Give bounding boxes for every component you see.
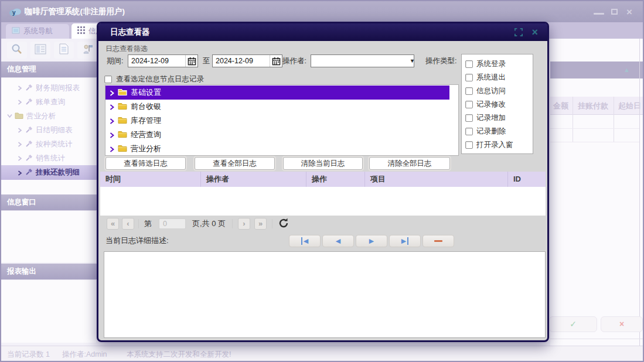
record-first-button[interactable]: ◀: [289, 235, 321, 247]
date-from-field[interactable]: [128, 54, 198, 67]
date-to-input[interactable]: [213, 57, 270, 65]
calendar-icon[interactable]: [185, 55, 197, 67]
collapse-up-icon[interactable]: ▲: [623, 66, 630, 74]
report-output-panel: [1, 279, 96, 343]
view-filtered-log-button[interactable]: 查看筛选日志: [105, 157, 186, 170]
folder-icon: [118, 102, 127, 111]
type-option-record-delete[interactable]: 记录删除: [465, 125, 533, 138]
node-filter-label: 查看选定信息节点日志记录: [116, 74, 204, 84]
sidebar-item-finance-period-report[interactable]: 财务期间报表: [1, 81, 97, 95]
person-flag-icon: [81, 43, 93, 57]
checkbox-icon[interactable]: [465, 128, 473, 135]
column-id[interactable]: ID: [508, 172, 546, 187]
column-operator[interactable]: 操作者: [201, 172, 306, 187]
next-page-button[interactable]: ›: [238, 218, 250, 230]
type-option-record-add[interactable]: 记录增加: [465, 111, 533, 125]
tree-item-front-cashier[interactable]: 前台收银: [105, 100, 458, 114]
background-panel-header: [550, 62, 644, 78]
close-dialog-icon[interactable]: ×: [531, 26, 538, 39]
checkbox-icon[interactable]: [104, 76, 112, 83]
operator-combobox[interactable]: ▼: [311, 54, 414, 67]
type-option-login[interactable]: 系统登录: [465, 57, 533, 71]
close-window-button[interactable]: ×: [624, 8, 635, 16]
column-operation[interactable]: 操作: [306, 172, 365, 187]
date-from-input[interactable]: [128, 57, 185, 65]
type-option-logout[interactable]: 系统退出: [465, 71, 533, 84]
sidebar-item-label: 营业分析: [26, 111, 56, 121]
checkbox-icon[interactable]: [465, 141, 473, 149]
grid-line: [550, 142, 639, 142]
app-window: y 咖啡厅管理系统(非注册用户) × 系统导航 信息 信息管理 财务期间报表 账…: [0, 0, 644, 362]
dropdown-arrow-icon[interactable]: ▼: [410, 58, 415, 64]
checkbox-icon[interactable]: [465, 60, 473, 68]
grid-line: [573, 97, 573, 142]
cancel-button[interactable]: ×: [601, 316, 643, 332]
tree-item-business-analysis[interactable]: 营业分析: [105, 142, 458, 156]
sidebar-section-info-window[interactable]: 信息窗口: [1, 194, 97, 210]
first-page-button[interactable]: «: [107, 218, 119, 230]
log-detail-textarea[interactable]: [104, 251, 546, 338]
tree-item-inventory[interactable]: 库存管理: [105, 114, 458, 128]
sidebar-section-report-output[interactable]: 报表输出: [1, 264, 97, 279]
sidebar-item-daily-detail[interactable]: 日结明细表: [1, 123, 97, 137]
report-icon: [25, 154, 33, 163]
column-time[interactable]: 时间: [100, 172, 201, 187]
sidebar-item-label: 按种类统计: [36, 139, 73, 149]
record-last-button[interactable]: ▶: [389, 235, 421, 247]
search-toolbar-button[interactable]: [7, 42, 27, 59]
clear-current-log-button[interactable]: 清除当前日志: [283, 157, 363, 170]
type-option-info-access[interactable]: 信息访问: [465, 84, 533, 98]
node-filter-checkbox-row[interactable]: 查看选定信息节点日志记录: [104, 74, 204, 84]
info-window-panel: [1, 210, 96, 262]
record-prev-button[interactable]: ◀: [322, 235, 354, 247]
sidebar-folder-business-analysis[interactable]: 营业分析: [1, 109, 97, 123]
column-project[interactable]: 项目: [365, 172, 508, 187]
view-all-log-button[interactable]: 查看全部日志: [195, 157, 275, 170]
clear-all-log-button[interactable]: 清除全部日志: [369, 157, 450, 170]
status-note: 本系统支持二次开发和全新开发!: [127, 350, 231, 360]
record-next-button[interactable]: ▶: [356, 235, 387, 247]
operator-toolbar-button[interactable]: [77, 42, 97, 59]
type-option-label: 系统退出: [476, 73, 506, 83]
period-label: 期间:: [107, 54, 123, 67]
status-record-count: 当前记录数 1: [7, 350, 50, 360]
sidebar-section-info-manage[interactable]: 信息管理: [1, 62, 97, 77]
chevron-down-icon: [7, 114, 12, 118]
sidebar-item-label: 销售统计: [36, 153, 65, 163]
calendar-icon[interactable]: [270, 55, 282, 67]
type-option-open-entry[interactable]: 打开录入窗: [465, 138, 533, 152]
checkbox-icon[interactable]: [465, 74, 473, 81]
type-option-record-modify[interactable]: 记录修改: [465, 98, 533, 111]
sidebar-item-category-stats[interactable]: 按种类统计: [1, 137, 97, 151]
form-toolbar-button[interactable]: [30, 42, 50, 59]
page-number-input[interactable]: [159, 218, 186, 229]
folder-icon: [118, 116, 127, 125]
restore-button[interactable]: [609, 8, 619, 16]
panel-edge-divider: [639, 39, 640, 346]
last-page-button[interactable]: »: [254, 218, 267, 230]
maximize-dialog-icon[interactable]: [514, 28, 523, 39]
date-to-field[interactable]: [212, 54, 282, 67]
tab-system-nav[interactable]: 系统导航: [6, 24, 69, 39]
tree-item-basic-settings[interactable]: 基础设置: [105, 86, 449, 100]
refresh-icon[interactable]: [278, 217, 289, 231]
dialog-titlebar: 日志查看器 ×: [98, 23, 547, 41]
window-title: 咖啡厅管理系统(非注册用户): [25, 1, 125, 22]
sidebar-item-label: 财务期间报表: [36, 83, 80, 93]
tree-item-business-query[interactable]: 经营查询: [105, 128, 458, 142]
document-toolbar-button[interactable]: [54, 42, 74, 59]
sidebar-item-credit-repayment-detail[interactable]: 挂账还款明细: [1, 165, 97, 180]
record-delete-button[interactable]: [422, 235, 454, 247]
sidebar-item-sales-stats[interactable]: 销售统计: [1, 151, 97, 165]
tree-item-label: 营业分析: [131, 144, 161, 154]
sidebar-item-bill-query[interactable]: 账单查询: [1, 95, 97, 109]
chevron-right-icon: [18, 128, 22, 132]
operator-combo-input[interactable]: [311, 56, 410, 66]
checkbox-icon[interactable]: [465, 87, 473, 95]
prev-page-button[interactable]: ‹: [122, 218, 134, 230]
confirm-button[interactable]: ✓: [549, 316, 597, 332]
checkbox-icon[interactable]: [465, 114, 473, 122]
checkbox-icon[interactable]: [465, 101, 473, 108]
page-total-label: 页,共 0 页: [192, 218, 226, 230]
minimize-button[interactable]: [594, 8, 604, 16]
